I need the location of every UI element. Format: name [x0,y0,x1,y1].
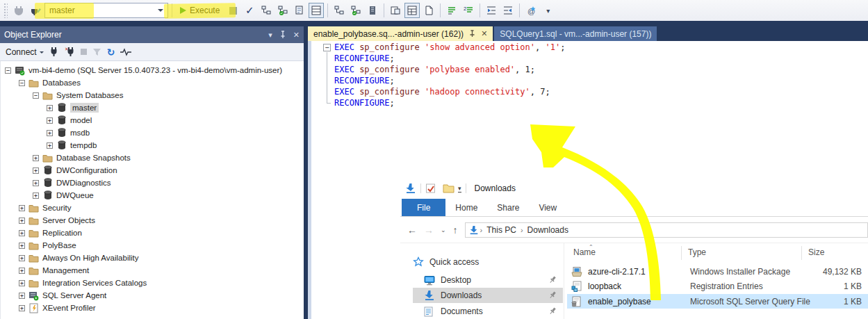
ribbon-tab-share[interactable]: Share [487,199,529,216]
file-row-azure-cli-2-17-1[interactable]: azure-cli-2.17.1Windows Installer Packag… [567,264,868,279]
file-row-loopback[interactable]: loopbackRegistration Entries1 KB [567,279,868,294]
increase-indent-icon[interactable] [500,3,516,18]
expand-icon[interactable]: + [19,305,25,311]
code-line[interactable]: EXEC sp_configure 'show advanced option'… [334,42,565,53]
document-tab-label[interactable]: enable_polybase.sq...-admin-user (162)) [313,29,464,39]
file-name[interactable]: enable_polybase [588,297,678,306]
tree-item-label[interactable]: System Databases [56,91,124,99]
refresh-icon[interactable]: ↻ [107,47,115,58]
qat-properties-icon[interactable] [425,183,436,194]
tree-item-label[interactable]: XEvent Profiler [42,304,96,312]
connect-icon[interactable] [49,47,59,57]
tree-item-dwqueue[interactable]: +DWQueue [1,189,304,202]
code-line[interactable]: RECONFIGURE; [334,53,565,64]
decrease-indent-icon[interactable] [484,3,499,18]
stop-icon[interactable] [81,47,87,57]
pin-icon[interactable] [279,31,286,39]
tree-item-label[interactable]: DWQueue [56,191,94,199]
close-icon[interactable]: ✕ [293,31,300,40]
address-input[interactable]: › This PC › Downloads [465,222,868,238]
include-actual-plan-icon[interactable] [275,3,290,18]
toolbar-grip[interactable] [3,3,8,18]
file-name[interactable]: azure-cli-2.17.1 [588,267,678,277]
cancel-query-button[interactable] [225,3,240,18]
activity-monitor-icon[interactable] [120,48,131,56]
display-estimated-plan-icon[interactable] [259,3,274,18]
window-position-chevron-icon[interactable]: ▾ [268,31,272,40]
tree-item-label[interactable]: Server Objects [42,216,95,224]
database-combo[interactable]: master [44,3,168,18]
tree-item-label[interactable]: Replication [42,229,82,237]
expand-icon[interactable]: + [19,230,25,236]
file-explorer-titlebar[interactable]: ▾ Downloads [400,178,868,199]
tree-item-security[interactable]: +Security [1,202,304,214]
collapse-icon[interactable]: − [5,67,11,74]
tree-item-model[interactable]: +model [1,114,304,126]
ribbon-tab-home[interactable]: Home [445,199,487,216]
tree-item-label[interactable]: PolyBase [42,241,76,250]
tree-item-label[interactable]: Always On High Availability [42,254,139,262]
collapse-icon[interactable]: − [33,92,39,99]
tree-item-label[interactable]: Database Snapshots [56,154,131,162]
include-client-statistics-icon[interactable] [331,3,347,18]
tree-item-databases[interactable]: −Databases [1,76,304,89]
ribbon-tab-file[interactable]: File [402,199,445,216]
file-row-enable-polybase[interactable]: enable_polybaseMicrosoft SQL Server Quer… [567,294,868,309]
nav-item-desktop[interactable]: Desktop [413,272,563,288]
disconnect-icon[interactable]: ✕ [65,47,75,57]
column-header-type[interactable]: Type [688,243,799,261]
code-line[interactable]: EXEC sp_configure 'polybase enabled', 1; [334,64,565,75]
toolbar-overflow-chevron-icon[interactable]: ▾ [540,3,555,18]
expand-icon[interactable]: + [47,142,53,149]
tree-item-vm-bi4-demo-sql-server-15-0-40[interactable]: −vm-bi4-demo (SQL Server 15.0.4073.23 - … [1,64,304,76]
expand-icon[interactable]: + [19,293,25,299]
tree-item-label[interactable]: Integration Services Catalogs [42,279,147,287]
code-line[interactable]: RECONFIGURE; [334,75,565,86]
nav-item-quick-access[interactable]: Quick access [413,254,563,270]
nav-item-label[interactable]: Documents [441,306,483,316]
qat-customize-chevron-icon[interactable]: ▾ [458,185,461,193]
document-tab-1[interactable]: SQLQuery1.sql - vm...-admin-user (157)) [494,26,657,41]
tree-item-dwconfiguration[interactable]: +DWConfiguration [1,164,304,177]
expand-icon[interactable]: + [19,205,25,211]
code-line[interactable]: EXEC sp_configure 'hadoop connectivity',… [334,86,565,97]
code-collapse-toggle[interactable]: − [323,44,331,51]
expand-icon[interactable]: + [47,130,53,136]
change-connection-icon[interactable] [28,3,43,18]
tree-item-xevent-profiler[interactable]: +XEvent Profiler [1,302,304,314]
expand-icon[interactable]: + [33,155,39,161]
tree-item-database-snapshots[interactable]: +Database Snapshots [1,152,304,164]
results-to-grid-pressed-icon[interactable] [404,3,420,18]
execute-button[interactable]: Execute [176,2,224,19]
tree-item-label[interactable]: tempdb [70,141,97,149]
tree-item-system-databases[interactable]: −System Databases [1,89,304,101]
tree-item-label[interactable]: SQL Server Agent [42,291,106,300]
nav-item-downloads[interactable]: Downloads [413,288,563,303]
breadcrumb-this-pc[interactable]: This PC [486,225,516,235]
tree-item-label[interactable]: model [70,116,92,124]
collapse-icon[interactable]: − [19,80,25,86]
results-pane-toggle-icon[interactable] [309,3,324,18]
document-tab-0[interactable]: enable_polybase.sq...-admin-user (162))✕ [308,26,493,41]
nav-item-label[interactable]: Downloads [441,291,482,300]
nav-item-documents[interactable]: Documents [413,304,563,319]
pin-icon[interactable] [469,30,475,38]
server-icon[interactable] [365,3,380,18]
expand-icon[interactable]: + [33,193,39,199]
chevron-down-icon[interactable] [158,9,163,12]
connect-button[interactable]: Connect [6,47,44,57]
tree-item-label[interactable]: Security [42,204,72,212]
results-to-file-icon[interactable] [421,3,436,18]
code-area[interactable]: EXEC sp_configure 'show advanced option'… [334,42,565,108]
results-to-text-icon[interactable] [348,3,363,18]
tree-item-label[interactable]: Databases [42,79,81,87]
include-live-query-statistics-icon[interactable] [292,3,307,18]
tree-item-polybase[interactable]: +PolyBase [1,239,304,252]
sort-ascending-icon[interactable]: ⌃ [589,244,593,250]
up-icon[interactable]: ↑ [453,224,458,236]
column-separator[interactable] [801,246,802,260]
expand-icon[interactable]: + [19,255,25,261]
tree-item-tempdb[interactable]: +tempdb [1,139,304,152]
column-header-size[interactable]: Size [808,243,864,261]
tree-item-sql-server-agent[interactable]: +SQL Server Agent [1,289,304,302]
